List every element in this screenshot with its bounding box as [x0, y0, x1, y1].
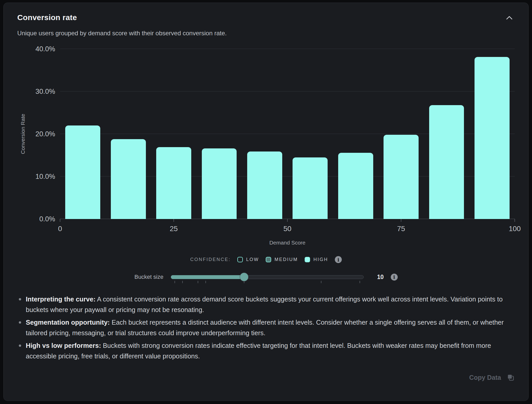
insight-item-2: Segmentation opportunity: Each bucket re…: [17, 317, 515, 338]
y-tick-label: 0.0%: [39, 215, 55, 223]
plot-column: 0255075100 Demand Score: [60, 49, 515, 246]
slider-tick: [244, 281, 244, 283]
x-tick-label: 0: [58, 225, 62, 233]
legend-item-medium[interactable]: MEDIUM: [266, 257, 298, 262]
y-axis-tick-labels: 0.0%10.0%20.0%30.0%40.0%: [29, 49, 60, 219]
bar-slot-70-80: [378, 49, 424, 219]
bar-slot-90-100: [469, 49, 515, 219]
x-axis-tick-labels: 0255075100: [60, 225, 515, 234]
x-tickmark-0: [60, 219, 60, 222]
card-subtitle: Unique users grouped by demand score wit…: [17, 30, 515, 37]
insight-lead: Segmentation opportunity:: [26, 319, 110, 326]
conversion-rate-card: Conversion rate Unique users grouped by …: [3, 3, 529, 401]
insights-list: Interpreting the curve: A consistent con…: [17, 294, 515, 361]
bucket-size-slider[interactable]: [171, 273, 364, 281]
bar-20-30[interactable]: [156, 147, 191, 219]
insight-item-3: High vs low performers: Buckets with str…: [17, 340, 515, 361]
slider-fill: [171, 275, 244, 279]
copy-icon: [507, 374, 514, 381]
copy-data-button[interactable]: Copy Data: [469, 372, 515, 383]
x-tickmark-25: [173, 219, 174, 222]
bar-30-40[interactable]: [202, 148, 237, 219]
bar-slot-20-30: [151, 49, 196, 219]
slider-handle[interactable]: [240, 273, 248, 281]
x-axis-tickmarks: [60, 219, 515, 222]
y-tick-label: 40.0%: [35, 45, 55, 53]
bar-80-90[interactable]: [429, 105, 464, 219]
x-tick-label: 25: [170, 225, 178, 233]
bar-90-100[interactable]: [475, 57, 510, 219]
y-tick-label: 10.0%: [35, 173, 55, 181]
bar-40-50[interactable]: [247, 152, 282, 219]
x-tick-label: 75: [397, 225, 405, 233]
bucket-size-value: 10: [377, 274, 384, 281]
bar-slot-10-20: [105, 49, 151, 219]
legend-swatch-high: [305, 257, 310, 262]
plot-area: [60, 49, 515, 219]
slider-tick: [198, 281, 198, 283]
slider-tick: [321, 281, 321, 283]
confidence-legend-label: CONFIDENCE:: [190, 257, 231, 262]
slider-tick: [174, 281, 175, 283]
bucket-size-info-icon[interactable]: i: [391, 274, 398, 281]
legend-item-low[interactable]: LOW: [237, 257, 259, 262]
card-header: Conversion rate: [17, 13, 515, 23]
x-axis-title: Demand Score: [60, 240, 515, 246]
insight-item-1: Interpreting the curve: A consistent con…: [17, 294, 515, 315]
bar-10-20[interactable]: [111, 139, 146, 219]
bar-slot-50-60: [287, 49, 333, 219]
insight-text: A consistent conversion rate across dema…: [26, 296, 503, 313]
x-tickmark-100: [514, 219, 515, 222]
x-tickmark-75: [401, 219, 401, 222]
collapse-button[interactable]: [504, 14, 515, 23]
bar-60-70[interactable]: [338, 153, 373, 219]
card-footer: Copy Data: [17, 372, 515, 383]
legend-item-label: LOW: [246, 257, 259, 262]
bar-slot-0-10: [60, 49, 105, 219]
y-tick-label: 30.0%: [35, 88, 55, 96]
slider-tickmarks: [171, 281, 364, 283]
confidence-legend: CONFIDENCE: LOWMEDIUMHIGH i: [17, 256, 515, 263]
confidence-legend-items: LOWMEDIUMHIGH: [237, 257, 328, 262]
bucket-size-label: Bucket size: [134, 274, 163, 280]
insight-lead: High vs low performers:: [26, 342, 101, 349]
legend-item-label: MEDIUM: [275, 257, 298, 262]
slider-tick: [182, 281, 183, 283]
confidence-info-icon[interactable]: i: [335, 256, 342, 263]
y-axis-title: Conversion Rate: [17, 49, 29, 219]
legend-item-label: HIGH: [313, 257, 328, 262]
bucket-size-control: Bucket size 10 i: [17, 273, 515, 281]
bar-slot-60-70: [333, 49, 378, 219]
x-tickmark-50: [287, 219, 288, 222]
copy-data-label: Copy Data: [469, 374, 501, 381]
x-tick-label: 100: [509, 225, 521, 233]
bar-50-60[interactable]: [293, 157, 328, 219]
page-title: Conversion rate: [17, 13, 77, 22]
chevron-up-icon: [505, 15, 513, 20]
x-tick-label: 50: [283, 225, 291, 233]
legend-swatch-medium: [266, 257, 271, 262]
legend-item-high[interactable]: HIGH: [305, 257, 328, 262]
slider-tick: [205, 281, 206, 283]
bar-slot-80-90: [424, 49, 469, 219]
slider-tick: [360, 281, 360, 283]
bar-slot-30-40: [196, 49, 242, 219]
bar-70-80[interactable]: [384, 135, 419, 219]
legend-swatch-low: [237, 257, 243, 262]
y-tick-label: 20.0%: [35, 130, 55, 138]
conversion-rate-bar-chart: Conversion Rate 0.0%10.0%20.0%30.0%40.0%…: [17, 49, 515, 246]
insight-lead: Interpreting the curve:: [26, 296, 96, 303]
bar-slot-40-50: [242, 49, 287, 219]
bar-0-10[interactable]: [65, 125, 100, 219]
